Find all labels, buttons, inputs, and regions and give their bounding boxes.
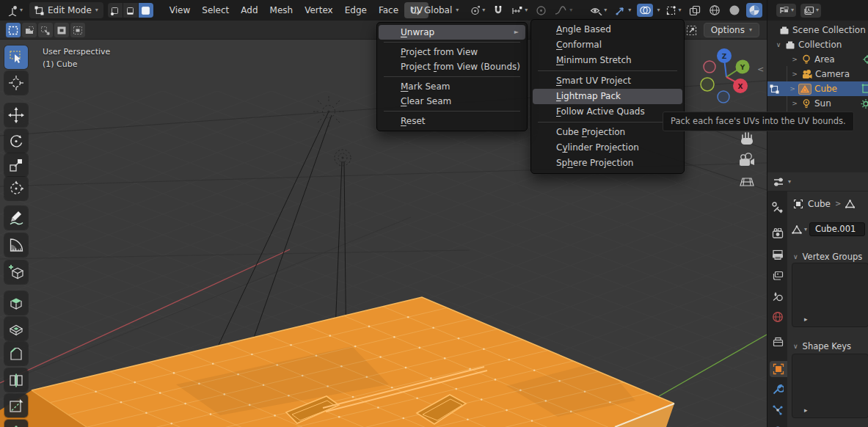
outliner-row-area[interactable]: > Area [767, 52, 868, 67]
show-gizmo-dropdown[interactable]: ▾ [663, 4, 683, 18]
tool-extrude-region[interactable] [4, 291, 28, 315]
tool-scale[interactable] [4, 153, 28, 177]
tab-scene[interactable] [770, 288, 786, 304]
editor-type-button[interactable]: ▾ [4, 3, 25, 18]
transform-orientations-gizmo-button[interactable] [685, 24, 698, 37]
snap-with-dropdown[interactable]: ▾ [509, 4, 530, 17]
expander-closed-icon[interactable]: > [789, 85, 796, 92]
tool-bevel[interactable] [4, 342, 28, 365]
tool-rotate[interactable] [4, 129, 28, 153]
tool-inset-faces[interactable] [4, 317, 28, 340]
menu-item-cylinder-projection[interactable]: Cylinder Projection [533, 140, 682, 156]
outliner-filter-button[interactable]: ▾ [776, 4, 796, 17]
menu-item-clear-seam[interactable]: Clear Seam [379, 94, 525, 109]
pivot-point-button[interactable]: ▾ [467, 4, 487, 18]
sidebar-collapse-arrow[interactable]: < [757, 65, 764, 74]
select-mode-new-button[interactable] [6, 23, 21, 37]
vertex-select-button[interactable] [108, 3, 123, 18]
expander-open-icon[interactable]: ∨ [775, 41, 782, 48]
tool-select-box[interactable] [4, 45, 28, 69]
tool-add-cube[interactable] [4, 260, 28, 284]
outliner-row-collection[interactable]: ∨ Collection [767, 37, 868, 52]
tab-modifiers[interactable] [770, 382, 786, 398]
tool-measure[interactable] [4, 233, 28, 257]
menu-edge[interactable]: Edge [339, 2, 373, 18]
outliner-row-camera[interactable]: > Camera [767, 67, 868, 81]
tab-output[interactable] [770, 247, 786, 263]
menu-item-minimum-stretch[interactable]: Minimum Stretch [533, 53, 682, 68]
outliner-display-mode-button[interactable]: ▾ [800, 4, 821, 18]
tab-particles[interactable] [770, 402, 786, 418]
menu-item-cube-projection[interactable]: Cube Projection [533, 125, 682, 140]
outliner-row-sun[interactable]: > Sun [767, 96, 868, 111]
axis-neg-z-ball[interactable] [718, 91, 729, 103]
xray-toggle[interactable] [687, 4, 703, 18]
proportional-editing-toggle[interactable] [533, 4, 549, 18]
tool-knife[interactable] [4, 394, 28, 417]
outliner-row-scene-collection[interactable]: Scene Collection [767, 23, 868, 37]
menu-mesh[interactable]: Mesh [264, 2, 299, 18]
menu-item-sphere-projection[interactable]: Sphere Projection [533, 156, 682, 171]
tool-move[interactable] [4, 103, 28, 127]
vertex-groups-list[interactable]: ▸ [792, 263, 868, 327]
menu-item-mark-seam[interactable]: Mark Seam [379, 79, 525, 94]
expander-closed-icon[interactable]: > [791, 56, 798, 63]
select-mode-extend-button[interactable] [22, 23, 37, 37]
menu-item-conformal[interactable]: Conformal [533, 37, 682, 53]
menu-item-angle-based[interactable]: Angle Based [533, 22, 682, 37]
tool-3d-cursor[interactable] [4, 71, 28, 95]
menu-vertex[interactable]: Vertex [299, 2, 339, 18]
tool-poly-build[interactable] [4, 420, 28, 427]
proportional-falloff-dropdown[interactable]: ▾ [552, 4, 575, 17]
menu-item-follow-active-quads[interactable]: Follow Active Quads [533, 104, 682, 120]
tab-render[interactable] [770, 225, 786, 241]
gizmos-dropdown[interactable]: ▾ [613, 4, 633, 18]
edge-select-button[interactable] [123, 3, 138, 18]
select-mode-intersect-button[interactable] [70, 23, 85, 37]
expander-closed-icon[interactable]: > [791, 100, 798, 107]
tab-world[interactable] [770, 309, 786, 325]
shading-material-button[interactable] [746, 3, 762, 18]
list-action-icon[interactable]: ▸ [804, 406, 808, 414]
menu-item-reset[interactable]: Reset [379, 114, 525, 128]
shading-solid-button[interactable] [726, 3, 743, 18]
overlays-dropdown[interactable]: ▾ [657, 7, 660, 13]
breadcrumb-object-name[interactable]: Cube [808, 199, 831, 209]
select-mode-invert-button[interactable] [54, 23, 69, 37]
transform-orientation-dropdown[interactable]: Global ▾ [405, 2, 464, 18]
options-dropdown[interactable]: Options ▾ [704, 23, 759, 37]
mesh-name-field[interactable]: Cube.001 [809, 222, 865, 236]
snap-toggle-button[interactable] [491, 4, 506, 17]
tool-loop-cut[interactable] [4, 368, 28, 392]
menu-item-smart-uv-project[interactable]: Smart UV Project [533, 73, 682, 89]
face-select-button[interactable] [139, 3, 153, 18]
overlays-toggle[interactable] [637, 4, 653, 17]
tool-annotate[interactable] [4, 206, 28, 230]
menu-add[interactable]: Add [235, 2, 263, 18]
outliner-row-cube[interactable]: > Cube [767, 81, 868, 96]
vertex-groups-panel-header[interactable]: ∨ Vertex Groups [793, 252, 862, 262]
tab-object[interactable] [770, 361, 787, 377]
tab-tool[interactable] [770, 200, 786, 216]
menu-item-project-from-view[interactable]: Project from View [379, 45, 525, 59]
shape-keys-list[interactable]: ▸ [792, 354, 868, 418]
mode-selector[interactable]: Edit Mode ▾ [29, 2, 103, 18]
chevron-down-icon[interactable]: ▾ [804, 227, 807, 233]
list-action-icon[interactable]: ▸ [804, 315, 808, 323]
menu-view[interactable]: View [164, 2, 196, 18]
select-mode-subtract-button[interactable] [38, 23, 53, 37]
menu-select[interactable]: Select [196, 2, 235, 18]
menu-item-project-from-view-bounds[interactable]: Project from View (Bounds) [379, 59, 525, 74]
shape-keys-panel-header[interactable]: ∨ Shape Keys [793, 341, 851, 351]
tab-physics[interactable] [770, 421, 786, 427]
tab-collection-properties[interactable] [770, 334, 786, 350]
tool-transform[interactable] [4, 177, 28, 200]
menu-item-lightmap-pack[interactable]: Lightmap Pack [533, 89, 682, 104]
axis-neg-x-ball[interactable] [704, 61, 715, 73]
menu-face[interactable]: Face [373, 2, 404, 18]
axis-neg-y-ball[interactable] [701, 78, 714, 91]
expander-closed-icon[interactable]: > [791, 70, 798, 78]
menu-item-unwrap[interactable]: Unwrap ► [379, 25, 525, 40]
tab-view-layer[interactable] [770, 268, 786, 284]
visibility-dropdown[interactable]: ▾ [588, 4, 609, 17]
